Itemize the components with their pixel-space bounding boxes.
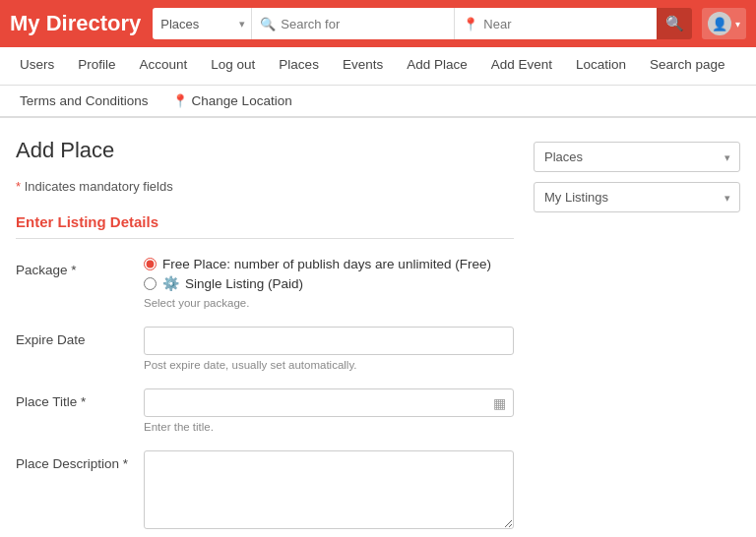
search-input-wrapper[interactable]: 🔍 [251, 8, 454, 39]
header: My Directory Places ▾ 🔍 📍 🔍 👤 ▾ [0, 0, 756, 47]
place-description-label: Place Description * [16, 450, 144, 471]
cog-icon: ⚙️ [162, 275, 179, 291]
primary-nav: Users Profile Account Log out Places Eve… [0, 47, 756, 86]
place-title-label: Place Title * [16, 388, 144, 409]
package-hint: Select your package. [144, 297, 514, 309]
place-description-field: Enter a description [144, 450, 514, 537]
nav-users[interactable]: Users [8, 47, 66, 85]
expire-date-field: Post expire date, usually set automatica… [144, 327, 514, 371]
package-free-label: Free Place: number of publish days are u… [162, 257, 491, 271]
chevron-down-icon: ▾ [239, 18, 245, 30]
near-input-wrapper[interactable]: 📍 [454, 8, 657, 39]
nav-profile[interactable]: Profile [66, 47, 127, 85]
package-field: Free Place: number of publish days are u… [144, 257, 514, 309]
place-title-row: Place Title * ▦ Enter the title. [16, 388, 514, 433]
page-title: Add Place [16, 138, 514, 163]
package-row: Package * Free Place: number of publish … [16, 257, 514, 309]
nav-places[interactable]: Places [267, 47, 331, 85]
package-paid-radio[interactable] [144, 277, 157, 290]
location-pin-icon: 📍 [463, 17, 478, 31]
package-paid-option[interactable]: ⚙️ Single Listing (Paid) [144, 275, 514, 291]
place-description-row: Place Description * Enter a description [16, 450, 514, 537]
search-icon: 🔍 [260, 17, 276, 31]
mandatory-note: * Indicates mandatory fields [16, 179, 514, 194]
location-pin-sm-icon: 📍 [172, 93, 188, 108]
section-heading: Enter Listing Details [16, 213, 514, 239]
package-label: Package * [16, 257, 144, 277]
search-bar: 🔍 📍 🔍 [251, 8, 692, 39]
search-button[interactable]: 🔍 [657, 8, 692, 39]
nav-account[interactable]: Account [128, 47, 200, 85]
sidebar: Places Events All ▾ My Listings All List… [534, 138, 740, 537]
expire-date-label: Expire Date [16, 327, 144, 347]
mandatory-note-text: Indicates mandatory fields [25, 179, 173, 194]
form-section: Add Place * Indicates mandatory fields E… [16, 138, 514, 537]
nav-terms[interactable]: Terms and Conditions [8, 86, 160, 116]
expire-date-hint: Post expire date, usually set automatica… [144, 359, 514, 371]
sidebar-places-select[interactable]: Places Events All [534, 142, 740, 172]
search-input[interactable] [281, 17, 446, 31]
site-title: My Directory [10, 11, 141, 36]
change-location-label: Change Location [192, 93, 292, 108]
sidebar-listings-wrapper[interactable]: My Listings All Listings ▾ [534, 182, 740, 212]
near-input[interactable] [483, 17, 649, 31]
place-title-input[interactable] [144, 388, 514, 417]
user-menu-chevron-icon: ▾ [735, 19, 740, 30]
category-select[interactable]: Places [160, 17, 216, 31]
nav-search-page[interactable]: Search page [638, 47, 737, 85]
place-title-field: ▦ Enter the title. [144, 388, 514, 433]
sidebar-places-wrapper[interactable]: Places Events All ▾ [534, 142, 740, 172]
place-description-textarea[interactable] [144, 450, 514, 529]
nav-logout[interactable]: Log out [199, 47, 267, 85]
user-menu[interactable]: 👤 ▾ [702, 8, 746, 39]
expire-date-row: Expire Date Post expire date, usually se… [16, 327, 514, 371]
place-title-wrapper: ▦ [144, 388, 514, 417]
expire-date-input[interactable] [144, 327, 514, 355]
secondary-nav: Terms and Conditions 📍 Change Location [0, 86, 756, 118]
category-select-wrapper[interactable]: Places ▾ [153, 8, 251, 39]
title-icon: ▦ [493, 395, 506, 411]
nav-add-event[interactable]: Add Event [479, 47, 564, 85]
place-title-hint: Enter the title. [144, 421, 514, 433]
package-radio-group: Free Place: number of publish days are u… [144, 257, 514, 291]
main-content: Add Place * Indicates mandatory fields E… [0, 118, 756, 537]
user-avatar-icon: 👤 [708, 12, 731, 35]
package-paid-label: Single Listing (Paid) [185, 276, 303, 291]
mandatory-star: * [16, 179, 21, 194]
nav-add-place[interactable]: Add Place [395, 47, 479, 85]
nav-change-location[interactable]: 📍 Change Location [160, 86, 304, 116]
package-free-option[interactable]: Free Place: number of publish days are u… [144, 257, 514, 271]
sidebar-listings-select[interactable]: My Listings All Listings [534, 182, 740, 212]
package-free-radio[interactable] [144, 258, 157, 270]
nav-location[interactable]: Location [564, 47, 638, 85]
nav-events[interactable]: Events [331, 47, 395, 85]
